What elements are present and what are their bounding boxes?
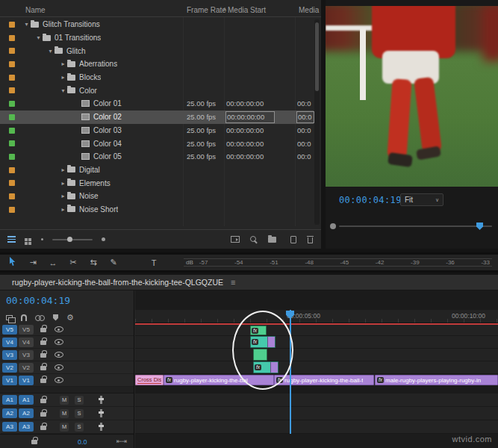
track-target-v1[interactable]: V1 <box>19 376 34 385</box>
add-marker-icon[interactable] <box>53 314 58 321</box>
track-lock-icon[interactable] <box>40 412 46 417</box>
chevron-down-icon[interactable]: ▾ <box>22 21 31 28</box>
sequence-tab-title[interactable]: rugby-player-kicking-the-ball-from-the-k… <box>12 278 223 287</box>
chevron-down-icon[interactable]: ▾ <box>59 87 67 94</box>
find-icon[interactable] <box>250 236 258 243</box>
source-patch-a1[interactable]: A1 <box>2 395 17 405</box>
playhead-line[interactable] <box>290 310 291 434</box>
track-output-icon[interactable] <box>55 326 63 332</box>
label-color-chip[interactable] <box>9 87 15 93</box>
clip-row-color-02-selected[interactable]: Color 02 25.00 fps 00:00:00:00 00:0 <box>0 111 314 124</box>
source-patch-a3[interactable]: A3 <box>2 422 17 432</box>
track-target-v3[interactable]: V3 <box>19 350 34 360</box>
label-color-chip[interactable] <box>9 114 15 120</box>
label-color-chip[interactable] <box>9 207 15 213</box>
label-color-chip[interactable] <box>9 140 15 146</box>
track-volume-icon[interactable] <box>100 423 102 431</box>
zoom-level-dropdown[interactable]: Fit ∨ <box>400 193 443 206</box>
track-lock-icon[interactable] <box>40 340 46 345</box>
track-lane-a3[interactable] <box>135 420 498 434</box>
label-color-chip[interactable] <box>9 128 15 134</box>
label-color-chip[interactable] <box>9 154 15 160</box>
type-tool-icon[interactable]: T <box>149 258 159 267</box>
clip-row-color-05[interactable]: Color 05 25.00 fps 00:00:00:00 00:0 <box>0 150 314 164</box>
solo-button[interactable]: S <box>75 396 84 405</box>
bin-row-01-transitions[interactable]: ▾ 01 Transitions <box>0 31 314 45</box>
panel-menu-icon[interactable]: ≡ <box>231 278 235 287</box>
column-name[interactable]: Name <box>25 6 46 14</box>
label-color-chip[interactable] <box>9 193 15 199</box>
bin-row-blocks[interactable]: ▸ Blocks <box>0 71 314 84</box>
label-color-chip[interactable] <box>9 101 15 107</box>
chevron-right-icon[interactable]: ▸ <box>59 74 67 81</box>
track-target-a2[interactable]: A2 <box>19 408 34 418</box>
clip-row-color-03[interactable]: Color 03 25.00 fps 00:00:00:00 00:0 <box>0 124 314 137</box>
clip-row-color-04[interactable]: Color 04 25.00 fps 00:00:00:00 00:0 <box>0 137 314 150</box>
cross-dissolve-transition[interactable]: Cross Diss <box>135 375 164 385</box>
razor-tool-icon[interactable]: ✂ <box>68 258 78 267</box>
column-media[interactable]: Media <box>299 6 319 14</box>
track-output-icon[interactable] <box>55 352 63 358</box>
monitor-playhead-icon[interactable] <box>476 223 483 230</box>
label-color-chip[interactable] <box>9 167 15 173</box>
project-scrollbar-thumb[interactable] <box>315 22 319 91</box>
time-ruler[interactable]: 00:00:05:00 00:00:10:00 <box>135 310 498 323</box>
zoom-slider-knob[interactable] <box>67 237 72 242</box>
source-patch-v2[interactable]: V2 <box>2 363 17 373</box>
source-patch-v5[interactable]: V5 <box>2 325 17 335</box>
pen-tool-icon[interactable]: ✎ <box>108 258 119 267</box>
source-patch-a2[interactable]: A2 <box>2 408 17 418</box>
source-patch-v4[interactable]: V4 <box>2 337 17 347</box>
label-color-chip[interactable] <box>9 48 15 54</box>
list-view-icon[interactable] <box>7 236 16 243</box>
source-patch-v1[interactable]: V1 <box>2 376 17 385</box>
bin-row-elements[interactable]: ▸ Elements <box>0 176 314 190</box>
chevron-right-icon[interactable]: ▸ <box>59 180 67 187</box>
icon-view-icon[interactable] <box>25 238 28 241</box>
label-color-chip[interactable] <box>9 22 15 28</box>
track-lane-v5[interactable] <box>135 325 498 336</box>
track-output-icon[interactable] <box>55 364 63 370</box>
bin-row-glitch[interactable]: ▾ Glitch <box>0 44 314 57</box>
solo-button[interactable]: S <box>75 423 84 432</box>
chevron-down-icon[interactable]: ▾ <box>34 34 43 41</box>
track-lane-a2[interactable] <box>135 407 498 420</box>
track-lock-icon[interactable] <box>40 399 46 403</box>
media-value[interactable]: 00:0 <box>297 112 314 122</box>
bin-row-color[interactable]: ▾ Color <box>0 84 314 97</box>
seek-bar-handle[interactable] <box>330 223 336 229</box>
source-patch-v3[interactable]: V3 <box>2 350 17 360</box>
bin-row-noise-short[interactable]: ▸ Noise Short <box>0 203 314 217</box>
monitor-timecode[interactable]: 00:00:04:19 <box>339 195 402 205</box>
track-target-a1[interactable]: A1 <box>19 395 34 405</box>
track-lock-icon[interactable] <box>40 353 46 358</box>
bin-row-noise[interactable]: ▸ Noise <box>0 190 314 203</box>
track-lane-a1[interactable] <box>135 393 498 407</box>
thumbnail-zoom-slider[interactable] <box>52 239 93 240</box>
bin-row-aberrations[interactable]: ▸ Aberrations <box>0 57 314 71</box>
mute-button[interactable]: M <box>60 423 69 432</box>
timeline-clip-3[interactable]: fx male-rugby-players-playing-rugby-in <box>375 375 498 385</box>
new-item-icon[interactable] <box>290 236 296 243</box>
mute-button[interactable]: M <box>60 409 69 418</box>
timeline-settings-icon[interactable]: ⚙ <box>66 314 74 321</box>
sequence-tab[interactable]: rugby-player-kicking-the-ball-from-the-k… <box>0 275 498 290</box>
volume-readout[interactable]: 0.0 <box>78 438 87 446</box>
track-header-resize-icon[interactable]: ⇤⇥ <box>116 438 126 445</box>
project-scrollbar[interactable] <box>314 19 320 225</box>
chevron-right-icon[interactable]: ▸ <box>59 193 67 199</box>
bin-row-digital[interactable]: ▸ Digital <box>0 164 314 177</box>
zoom-in-icon[interactable] <box>102 237 105 241</box>
track-volume-icon[interactable] <box>100 409 102 417</box>
track-lane-v1[interactable]: Cross Diss fx rugby-player-kicking-the-b… <box>135 374 498 387</box>
chevron-right-icon[interactable]: ▸ <box>59 206 67 213</box>
track-output-icon[interactable] <box>55 377 63 383</box>
new-bin-icon[interactable] <box>268 237 276 243</box>
automate-to-sequence-icon[interactable] <box>231 236 240 243</box>
selection-tool-icon[interactable] <box>7 257 18 268</box>
column-media-start[interactable]: Media Start <box>228 6 266 14</box>
delete-icon[interactable] <box>307 236 314 243</box>
media-start-value[interactable]: 00:00:00:00 <box>226 112 274 122</box>
label-color-chip[interactable] <box>9 180 15 186</box>
track-lane-v3[interactable] <box>135 349 498 361</box>
